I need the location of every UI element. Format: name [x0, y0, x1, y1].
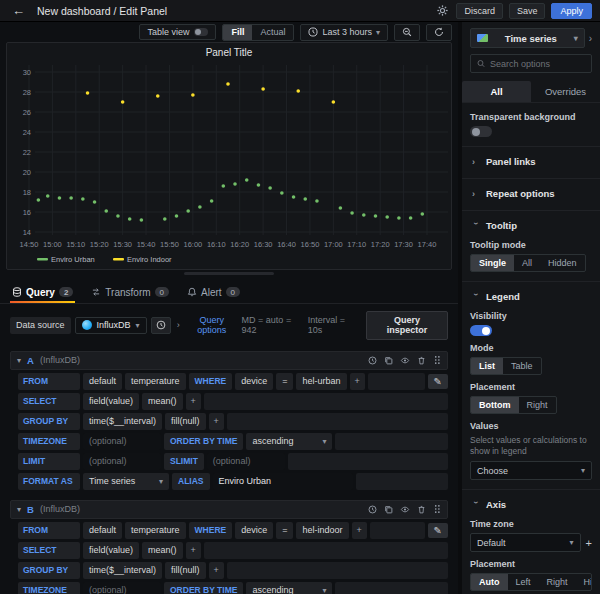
segment-hel-indoor[interactable]: hel-indoor: [296, 522, 348, 539]
add-segment-button[interactable]: +: [350, 373, 365, 390]
apply-button[interactable]: Apply: [551, 3, 592, 19]
refresh-button[interactable]: [426, 24, 452, 41]
panel-links-expander[interactable]: › Panel links: [470, 154, 592, 169]
segment-mean-[interactable]: mean(): [142, 542, 183, 559]
delete-query-button[interactable]: [417, 355, 426, 365]
time-range-picker[interactable]: Last 3 hours ▾: [300, 24, 388, 41]
toggle-query-visibility-button[interactable]: [400, 504, 410, 514]
dashboard-settings-button[interactable]: [435, 3, 450, 18]
save-button[interactable]: Save: [509, 3, 546, 19]
segment-field-value-[interactable]: field(value): [83, 542, 139, 559]
segment-field-value-[interactable]: field(value): [83, 393, 139, 410]
visualization-picker[interactable]: Time series ▾: [470, 28, 585, 48]
option-hidden[interactable]: Hidden: [576, 574, 592, 590]
segment-mean-[interactable]: mean(): [142, 393, 183, 410]
discard-button[interactable]: Discard: [456, 3, 503, 19]
segment-device[interactable]: device: [235, 373, 273, 390]
axis-timezone-add-button[interactable]: +: [586, 537, 592, 549]
options-search-input[interactable]: [490, 59, 585, 69]
add-segment-button[interactable]: +: [209, 413, 224, 430]
duplicate-query-button[interactable]: [384, 504, 393, 514]
input-field[interactable]: (optional): [83, 453, 161, 470]
query-header-A[interactable]: ▾ A (InfluxDB): [10, 351, 448, 370]
tab-alert[interactable]: Alert 0: [185, 284, 242, 303]
actual-button[interactable]: Actual: [252, 25, 293, 40]
query-history-button[interactable]: [368, 504, 377, 514]
input-field[interactable]: Enviro Urban: [213, 473, 353, 490]
segment--[interactable]: =: [276, 373, 293, 390]
axis-expander[interactable]: › Axis: [470, 497, 592, 512]
segment-device[interactable]: device: [235, 522, 273, 539]
edit-query-button[interactable]: ✎: [428, 374, 448, 389]
option-right[interactable]: Right: [539, 574, 576, 590]
query-options-expander[interactable]: › Query options: [175, 315, 238, 335]
resize-handle[interactable]: [184, 272, 274, 275]
legend-visibility-toggle[interactable]: [470, 325, 492, 336]
dropdown-ascending[interactable]: ascending▾: [246, 582, 332, 594]
option-right[interactable]: Right: [519, 397, 556, 413]
option-hidden[interactable]: Hidden: [540, 255, 585, 271]
edit-query-button[interactable]: ✎: [428, 523, 448, 538]
segment-time-interval-[interactable]: time($__interval): [83, 562, 162, 579]
drag-query-handle[interactable]: [433, 355, 441, 365]
keyword-where[interactable]: WHERE: [189, 373, 233, 390]
keyword-slimit[interactable]: SLIMIT: [164, 453, 204, 470]
tab-query[interactable]: Query 2: [10, 284, 75, 303]
delete-query-button[interactable]: [417, 504, 426, 514]
table-view-toggle[interactable]: Table view: [139, 24, 216, 40]
segment-default[interactable]: default: [83, 522, 122, 539]
toggle-query-visibility-button[interactable]: [400, 355, 410, 365]
query-history-button[interactable]: [368, 355, 377, 365]
tab-overrides[interactable]: Overrides: [531, 81, 600, 102]
segment-temperature[interactable]: temperature: [125, 522, 186, 539]
option-bottom[interactable]: Bottom: [471, 397, 519, 413]
add-segment-button[interactable]: +: [209, 562, 224, 579]
back-button[interactable]: ←: [8, 4, 29, 17]
dropdown-ascending[interactable]: ascending▾: [246, 433, 332, 450]
query-inspector-button[interactable]: Query inspector: [366, 311, 448, 340]
zoom-out-button[interactable]: [394, 24, 420, 41]
panel-title[interactable]: Panel Title: [7, 43, 451, 59]
time-series-chart[interactable]: 14161820222426283014:5015:0015:1015:2015…: [7, 59, 450, 269]
duplicate-query-button[interactable]: [384, 355, 393, 365]
input-field[interactable]: (optional): [207, 453, 285, 470]
legend-values-dropdown[interactable]: Choose ▾: [470, 461, 592, 480]
drag-query-handle[interactable]: [433, 504, 441, 514]
tooltip-expander[interactable]: › Tooltip: [470, 218, 592, 233]
keyword-order-by-time[interactable]: ORDER BY TIME: [164, 433, 243, 450]
datasource-help-button[interactable]: [151, 317, 171, 334]
segment-default[interactable]: default: [83, 373, 122, 390]
input-field[interactable]: (optional): [83, 582, 161, 594]
tab-transform[interactable]: Transform 0: [89, 284, 171, 303]
segment--[interactable]: =: [276, 522, 293, 539]
segment-hel-urban[interactable]: hel-urban: [296, 373, 346, 390]
legend-expander[interactable]: › Legend: [470, 289, 592, 304]
segment-fill-null-[interactable]: fill(null): [165, 413, 206, 430]
add-segment-button[interactable]: +: [352, 522, 367, 539]
datasource-picker[interactable]: InfluxDB ▾: [75, 317, 147, 334]
table-view-switch[interactable]: [194, 28, 208, 36]
fill-button[interactable]: Fill: [223, 25, 252, 40]
option-list[interactable]: List: [471, 358, 503, 374]
transparent-bg-toggle[interactable]: [470, 126, 492, 137]
add-segment-button[interactable]: +: [186, 393, 201, 410]
query-header-B[interactable]: ▾ B (InfluxDB): [10, 500, 448, 519]
option-all[interactable]: All: [514, 255, 540, 271]
dropdown-time-series[interactable]: Time series▾: [83, 473, 169, 490]
segment-temperature[interactable]: temperature: [125, 373, 186, 390]
axis-timezone-dropdown[interactable]: Default ▾: [470, 533, 581, 552]
option-table[interactable]: Table: [503, 358, 541, 374]
add-segment-button[interactable]: +: [186, 542, 201, 559]
keyword-alias[interactable]: ALIAS: [172, 473, 210, 490]
repeat-options-expander[interactable]: › Repeat options: [470, 186, 592, 201]
segment-fill-null-[interactable]: fill(null): [165, 562, 206, 579]
tab-all-options[interactable]: All: [462, 81, 531, 102]
option-single[interactable]: Single: [471, 255, 514, 271]
option-left[interactable]: Left: [508, 574, 539, 590]
option-auto[interactable]: Auto: [471, 574, 508, 590]
keyword-where[interactable]: WHERE: [189, 522, 233, 539]
input-field[interactable]: (optional): [83, 433, 161, 450]
options-search[interactable]: [470, 54, 592, 73]
collapse-options-button[interactable]: ›: [589, 33, 592, 44]
segment-time-interval-[interactable]: time($__interval): [83, 413, 162, 430]
